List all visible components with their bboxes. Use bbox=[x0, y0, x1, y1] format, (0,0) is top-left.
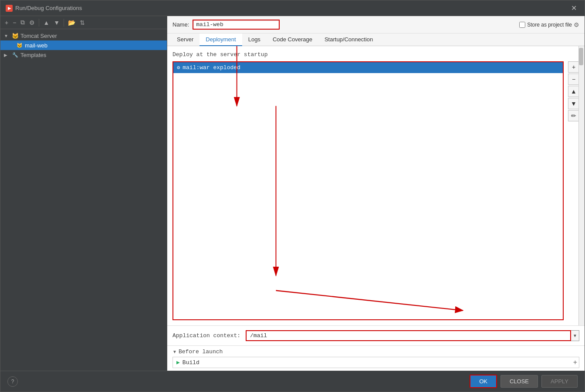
right-panel: Name: Store as project file ⚙ Server Dep… bbox=[167, 16, 585, 371]
title-bar: ▶ Run/Debug Configurations ✕ bbox=[0, 0, 585, 16]
dialog-close-button[interactable]: ✕ bbox=[568, 3, 579, 13]
tab-startup-connection[interactable]: Startup/Connection bbox=[318, 34, 379, 46]
deploy-item-label: mail:war exploded bbox=[183, 64, 240, 71]
templates-item[interactable]: ▶ 🔧 Templates bbox=[0, 50, 167, 60]
bottom-row: ? OK CLOSE APPLY bbox=[0, 371, 585, 392]
tomcat-server-group[interactable]: ▼ 🐱 Tomcat Server bbox=[0, 31, 167, 40]
expand-arrow-templates: ▶ bbox=[4, 53, 10, 57]
store-row: Store as project file ⚙ bbox=[519, 21, 579, 28]
toolbar-divider-2 bbox=[64, 19, 64, 27]
app-context-label: Application context: bbox=[172, 332, 240, 339]
left-panel: + − ⧉ ⚙ ▲ ▼ 📂 ⇅ ▼ 🐱 Tomcat Server bbox=[0, 16, 167, 371]
build-icon: ▶ bbox=[176, 359, 180, 366]
build-label: Build bbox=[183, 359, 200, 366]
move-up-button[interactable]: ▲ bbox=[41, 18, 51, 27]
app-context-input[interactable] bbox=[246, 330, 571, 341]
settings-config-button[interactable]: ⚙ bbox=[27, 18, 37, 27]
help-button[interactable]: ? bbox=[7, 376, 18, 387]
app-context-input-wrap: ▼ bbox=[246, 330, 579, 341]
tomcat-icon: 🐱 bbox=[12, 32, 19, 39]
tab-logs[interactable]: Logs bbox=[242, 34, 267, 46]
ok-button[interactable]: OK bbox=[470, 375, 497, 388]
sort-button[interactable]: ⇅ bbox=[78, 18, 87, 27]
deploy-up-button[interactable]: ▲ bbox=[568, 86, 579, 97]
store-label: Store as project file bbox=[527, 22, 572, 28]
deploy-edit-button[interactable]: ✏ bbox=[568, 110, 579, 121]
run-debug-dialog: ▶ Run/Debug Configurations ✕ + − ⧉ ⚙ ▲ ▼… bbox=[0, 0, 585, 392]
tab-deployment[interactable]: Deployment bbox=[200, 34, 242, 46]
deploy-down-button[interactable]: ▼ bbox=[568, 98, 579, 109]
apply-button[interactable]: APPLY bbox=[541, 375, 578, 388]
add-config-button[interactable]: + bbox=[3, 18, 10, 27]
deploy-side-buttons: + − ▲ ▼ ✏ bbox=[568, 61, 579, 121]
move-down-button[interactable]: ▼ bbox=[52, 18, 61, 27]
dialog-title: Run/Debug Configurations bbox=[15, 5, 82, 11]
config-tree: ▼ 🐱 Tomcat Server 🐱 mail-web ▶ 🔧 Templat… bbox=[0, 29, 167, 371]
deployment-content: Deploy at the server startup ⚙ mail:war … bbox=[167, 46, 585, 325]
templates-icon: 🔧 bbox=[12, 51, 19, 58]
mail-web-item[interactable]: 🐱 mail-web bbox=[0, 40, 167, 50]
name-label: Name: bbox=[172, 21, 189, 28]
deploy-add-button[interactable]: + bbox=[568, 61, 579, 73]
before-launch-list: ▶ Build + bbox=[172, 357, 579, 368]
close-button[interactable]: CLOSE bbox=[500, 375, 538, 388]
launch-add-button[interactable]: + bbox=[573, 358, 577, 366]
gear-button[interactable]: ⚙ bbox=[574, 21, 579, 28]
deploy-item-mail-war[interactable]: ⚙ mail:war exploded bbox=[173, 62, 563, 73]
build-launch-item[interactable]: ▶ Build bbox=[173, 357, 579, 368]
main-content: + − ⧉ ⚙ ▲ ▼ 📂 ⇅ ▼ 🐱 Tomcat Server bbox=[0, 16, 585, 371]
deploy-list-inner: ⚙ mail:war exploded bbox=[173, 62, 563, 319]
dialog-icon: ▶ bbox=[6, 5, 13, 12]
store-checkbox[interactable] bbox=[519, 22, 525, 28]
deploy-item-icon: ⚙ bbox=[177, 64, 180, 71]
tab-server[interactable]: Server bbox=[171, 34, 200, 46]
name-input[interactable] bbox=[193, 20, 280, 30]
before-launch-label: Before launch bbox=[179, 348, 223, 355]
tomcat-server-label: Tomcat Server bbox=[20, 33, 57, 39]
mail-web-icon: 🐱 bbox=[16, 42, 23, 49]
templates-label: Templates bbox=[20, 52, 46, 58]
scrollbar-thumb bbox=[579, 48, 583, 65]
toolbar-divider bbox=[39, 19, 39, 27]
scrollbar[interactable] bbox=[578, 46, 585, 325]
copy-config-button[interactable]: ⧉ bbox=[19, 18, 27, 27]
before-launch-arrow: ▼ bbox=[172, 349, 177, 354]
before-launch-section: ▼ Before launch ▶ Build + bbox=[167, 345, 585, 371]
expand-arrow-tomcat: ▼ bbox=[4, 34, 10, 38]
name-row: Name: Store as project file ⚙ bbox=[167, 16, 585, 34]
app-context-row: Application context: ▼ bbox=[167, 325, 585, 345]
deploy-remove-button[interactable]: − bbox=[568, 74, 579, 85]
app-context-dropdown[interactable]: ▼ bbox=[571, 330, 579, 341]
mail-web-label: mail-web bbox=[25, 42, 47, 49]
before-launch-header: ▼ Before launch bbox=[172, 348, 579, 355]
deploy-list: ⚙ mail:war exploded bbox=[172, 61, 564, 320]
tab-code-coverage[interactable]: Code Coverage bbox=[267, 34, 318, 46]
deploy-section-label: Deploy at the server startup bbox=[172, 51, 579, 58]
left-toolbar: + − ⧉ ⚙ ▲ ▼ 📂 ⇅ bbox=[0, 16, 167, 29]
remove-config-button[interactable]: − bbox=[11, 18, 18, 27]
tabs-row: Server Deployment Logs Code Coverage Sta… bbox=[167, 34, 585, 46]
folder-button[interactable]: 📂 bbox=[66, 18, 77, 27]
